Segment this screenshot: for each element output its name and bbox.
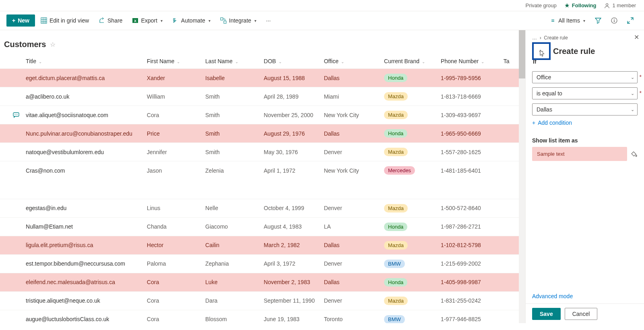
share-button[interactable]: Share [95,15,126,26]
fill-color-icon[interactable] [631,151,638,157]
flow-icon [172,17,179,24]
cell: natoque@vestibulumlorem.edu [23,143,144,161]
cell: Smith [202,124,260,143]
cancel-button[interactable]: Cancel [565,308,598,320]
info-button[interactable] [607,15,621,26]
table-row[interactable]: natoque@vestibulumlorem.eduJenniferSmith… [0,143,525,161]
col-last-name[interactable]: Last Name ⌄ [202,54,260,69]
cell: Dara [202,291,260,310]
cell: 1-215-699-2002 [438,254,500,273]
cell: Jennifer [144,143,202,161]
export-button[interactable]: X Export ▾ [128,15,166,26]
integrate-label: Integrate [229,17,251,24]
automate-button[interactable]: Automate ▾ [168,15,215,26]
vertical-scrollbar-thumb[interactable] [519,30,525,78]
brand-pill: Mazda [384,204,408,212]
chevron-down-icon: ⌄ [39,60,42,64]
condition-value-dropdown[interactable]: Dallas ⌄ [532,103,638,116]
table-row[interactable] [0,179,525,199]
table-row[interactable]: tristique.aliquet@neque.co.ukCoraDaraSep… [0,291,525,310]
crumb-root[interactable]: … [532,35,537,41]
brand-pill: Honda [384,223,407,231]
condition-column-dropdown[interactable]: Office ⌄ * [532,71,638,83]
col-phone[interactable]: Phone Number ⌄ [438,54,500,69]
cell: April 3, 1972 [260,254,320,273]
chevron-down-icon: ⌄ [422,60,425,64]
cell: 1-309-493-9697 [438,106,500,124]
col-office[interactable]: Office ⌄ [321,54,381,69]
table-row[interactable]: eget.dictum.placerat@mattis.caXanderIsab… [0,69,525,87]
table-row[interactable]: est.tempor.bibendum@neccursusa.comPaloma… [0,254,525,273]
filter-button[interactable] [591,15,605,26]
new-button[interactable]: + New [6,14,35,27]
table-row[interactable]: egestas@in.eduLinusNelleOctober 4, 1999D… [0,199,525,217]
condition-value-value: Dallas [532,103,638,116]
sample-preview[interactable]: Sample text [532,147,627,161]
person-icon [604,3,610,8]
expand-icon [627,17,634,24]
overflow-button[interactable]: ··· [262,15,275,26]
edit-grid-label: Edit in grid view [50,17,89,24]
following-toggle[interactable]: ★ Following [565,2,597,8]
plus-icon: + [532,120,535,126]
advanced-mode-link[interactable]: Advanced mode [526,289,644,303]
table-row[interactable]: vitae.aliquet@sociisnatoque.comCoraSmith… [0,106,525,124]
col-dob[interactable]: DOB ⌄ [260,54,320,69]
cell: Isabelle [202,69,260,87]
condition-operator-value: is equal to [532,87,638,99]
cell: April 1, 1972 [260,161,320,180]
required-indicator: * [640,90,642,96]
info-icon [611,17,617,24]
cell: ligula.elit.pretium@risus.ca [23,236,144,254]
favorite-star-icon[interactable]: ☆ [50,41,56,48]
cell: 1-831-255-0242 [438,291,500,310]
breadcrumb: … › Create rule [532,35,638,41]
members-link[interactable]: 1 member [604,2,636,8]
create-rule-panel: ✕ … › Create rule ← Create rule If Offic… [525,30,644,323]
table-row[interactable]: augue@luctuslobortisClass.co.ukCoraBloss… [0,310,525,323]
expand-button[interactable] [623,15,638,26]
vertical-scrollbar-track[interactable] [519,30,525,323]
brand-pill: BMW [384,315,405,324]
cell: Dallas [321,273,381,291]
brand-pill: Mazda [384,241,408,250]
table-row[interactable]: Nunc.pulvinar.arcu@conubianostraper.eduP… [0,124,525,143]
filter-icon [595,17,601,24]
brand-pill: Mercedes [384,166,415,175]
show-as-label: Show list item as [532,137,638,144]
cell: Blossom [202,310,260,323]
cell: Smith [202,143,260,161]
cell: Denver [321,199,381,217]
brand-pill: Mazda [384,297,408,305]
chevron-down-icon: ⌄ [235,60,238,64]
col-brand[interactable]: Current Brand ⌄ [381,54,438,69]
table-row[interactable]: ligula.elit.pretium@risus.caHectorCailin… [0,236,525,254]
edit-grid-button[interactable]: Edit in grid view [37,15,93,26]
table-row[interactable]: eleifend.nec.malesuada@atrisus.caCoraLuk… [0,273,525,291]
cell: augue@luctuslobortisClass.co.uk [23,310,144,323]
back-button[interactable]: ← [532,42,551,60]
add-condition-button[interactable]: + Add condition [532,120,638,126]
close-panel-button[interactable]: ✕ [634,33,639,41]
table-row[interactable]: Nullam@Etiam.netChandaGiacomoAugust 4, 1… [0,217,525,236]
excel-icon: X [132,17,138,24]
cell: Nullam@Etiam.net [23,217,144,236]
cell: Dallas [321,124,381,143]
view-selector[interactable]: ≡ All Items ▾ [545,15,589,26]
table-row[interactable]: Cras@non.comJasonZeleniaApril 1, 1972New… [0,161,525,180]
comment-icon[interactable] [13,112,19,118]
col-first-name[interactable]: First Name ⌄ [144,54,202,69]
cell: Denver [321,254,381,273]
brand-pill: Mazda [384,111,408,119]
condition-operator-dropdown[interactable]: is equal to ⌄ * [532,87,638,99]
table-row[interactable]: a@aclibero.co.ukWilliamSmithApril 28, 19… [0,87,525,106]
cell: November 2, 1983 [260,273,320,291]
cell: Cora [144,291,202,310]
save-button[interactable]: Save [532,308,561,320]
share-icon [99,17,105,24]
panel-title: Create rule [553,47,595,56]
chevron-down-icon: ⌄ [341,60,344,64]
col-title[interactable]: Title ⌄ [23,54,144,69]
cell: Xander [144,69,202,87]
integrate-button[interactable]: Integrate ▾ [216,15,260,26]
